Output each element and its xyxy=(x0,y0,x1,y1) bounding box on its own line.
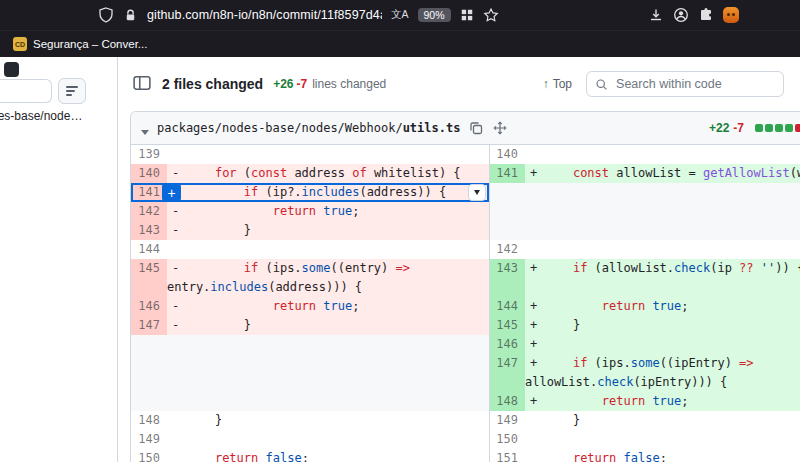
code-line: - return true; xyxy=(167,202,489,221)
deletions-count: -7 xyxy=(297,77,308,91)
diffstat-block xyxy=(795,124,800,132)
bookmark-favicon: CD xyxy=(13,37,27,51)
file-deletions: -7 xyxy=(733,121,744,135)
file-collapse-button[interactable] xyxy=(141,123,149,133)
shield-icon[interactable] xyxy=(98,7,114,23)
diffstat-block xyxy=(765,124,773,132)
top-label: Top xyxy=(553,77,572,91)
github-page: les-base/node… 2 files changed +26 -7 li… xyxy=(0,57,800,462)
line-number[interactable]: 140 xyxy=(131,164,167,183)
add-comment-button[interactable]: + xyxy=(162,183,181,202)
diff-sign: - xyxy=(167,164,186,183)
diff-header: 2 files changed +26 -7 lines changed ↑ T… xyxy=(118,57,800,109)
line-number[interactable]: 149 xyxy=(489,411,525,430)
url-text[interactable]: github.com/n8n-io/n8n/commit/11f8597d4ad… xyxy=(147,8,382,22)
bookmarks-bar: CD Segurança – Conver... xyxy=(0,30,800,57)
diff-sign xyxy=(525,240,544,259)
line-number[interactable]: 141 xyxy=(489,164,525,183)
line-number[interactable]: 142 xyxy=(489,240,525,259)
code-line xyxy=(167,354,489,392)
account-icon[interactable] xyxy=(673,7,689,23)
line-number-empty xyxy=(489,221,525,240)
code-line: + } xyxy=(525,316,800,335)
file-box: packages/nodes-base/nodes/Webhook/utils.… xyxy=(130,111,800,462)
diff-sign xyxy=(167,240,186,259)
code-line xyxy=(167,430,489,449)
top-link[interactable]: ↑ Top xyxy=(543,77,572,91)
zoom-badge[interactable]: 90% xyxy=(418,8,451,23)
diffstat-block xyxy=(755,124,763,132)
line-number[interactable]: 145 xyxy=(489,316,525,335)
file-tree-item[interactable]: les-base/node… xyxy=(0,109,82,123)
addon-orange-icon[interactable] xyxy=(723,7,739,23)
line-number[interactable]: 147 xyxy=(489,354,525,392)
file-tree-sidebar: les-base/node… xyxy=(0,57,118,462)
diff-sign: - xyxy=(167,316,186,335)
line-number[interactable]: 142 xyxy=(131,202,167,221)
code-text: } xyxy=(186,318,251,332)
line-number-empty xyxy=(131,335,167,354)
line-options-caret-button[interactable] xyxy=(468,184,486,201)
line-number[interactable]: 150 xyxy=(131,449,167,462)
code-line: - } xyxy=(167,316,489,335)
line-number[interactable]: 145 xyxy=(131,259,167,297)
download-icon[interactable] xyxy=(648,7,664,23)
diff-sign: + xyxy=(525,164,544,183)
extensions-icon[interactable] xyxy=(698,7,714,23)
move-file-button[interactable] xyxy=(492,120,508,136)
sidebar-toggle-icon xyxy=(133,74,151,92)
code-line xyxy=(167,392,489,411)
bookmark-item[interactable]: CD Segurança – Conver... xyxy=(6,34,154,54)
diff-sign xyxy=(525,145,544,164)
line-number[interactable]: 148 xyxy=(131,411,167,430)
file-diffstat: +22 -7 xyxy=(709,121,744,135)
line-number[interactable]: 146 xyxy=(131,297,167,316)
filter-lines-icon xyxy=(66,86,78,88)
code-search-input[interactable] xyxy=(614,76,775,92)
file-filter-input[interactable] xyxy=(0,79,52,103)
diff-table: 139 140 140- for (const address of white… xyxy=(131,145,800,462)
file-path-name: utils.ts xyxy=(403,121,461,135)
code-line: - if (ips.some((entry) => entry.includes… xyxy=(167,259,489,297)
up-arrow-icon: ↑ xyxy=(543,77,549,91)
diff-sign: - xyxy=(167,221,186,240)
file-additions: +22 xyxy=(709,121,729,135)
code-line: - } xyxy=(167,221,489,240)
copy-path-button[interactable] xyxy=(468,120,484,136)
line-number[interactable]: 151 xyxy=(489,449,525,462)
line-number[interactable]: 143 xyxy=(131,221,167,240)
line-number[interactable]: 150 xyxy=(489,430,525,449)
diff-sign xyxy=(167,411,186,430)
code-line: + return true; xyxy=(525,297,800,316)
additions-count: +26 xyxy=(273,77,293,91)
grid-icon[interactable] xyxy=(460,8,474,22)
lines-changed-label: lines changed xyxy=(312,77,386,91)
lock-icon[interactable] xyxy=(123,8,138,23)
code-line: + xyxy=(525,335,800,354)
sidebar-toggle-button[interactable] xyxy=(130,73,154,95)
diff-sign: + xyxy=(525,297,544,316)
file-path[interactable]: packages/nodes-base/nodes/Webhook/utils.… xyxy=(157,121,460,135)
line-number[interactable]: 140 xyxy=(489,145,525,164)
line-number[interactable]: 144 xyxy=(131,240,167,259)
code-text: } xyxy=(186,413,222,427)
file-filter-button[interactable] xyxy=(58,78,86,104)
code-line xyxy=(525,145,800,164)
line-number[interactable]: 144 xyxy=(489,297,525,316)
diff-sign xyxy=(525,430,544,449)
browser-window: github.com/n8n-io/n8n/commit/11f8597d4ad… xyxy=(0,0,800,462)
code-text: return true; xyxy=(186,299,359,313)
line-number[interactable]: 143 xyxy=(489,259,525,297)
line-number[interactable]: 139 xyxy=(131,145,167,164)
translate-icon[interactable]: 文A xyxy=(391,8,409,22)
bookmark-star-icon[interactable] xyxy=(483,7,499,23)
code-line: - for (const address of whitelist) { xyxy=(167,164,489,183)
code-text: if (ips.some((ipEntry) => allowList.chec… xyxy=(525,356,754,389)
line-number-empty xyxy=(489,202,525,221)
line-number[interactable]: 147 xyxy=(131,316,167,335)
line-number[interactable]: 149 xyxy=(131,430,167,449)
code-text: for (const address of whitelist) { xyxy=(186,166,461,180)
code-line xyxy=(167,240,489,259)
line-number[interactable]: 148 xyxy=(489,392,525,411)
line-number[interactable]: 146 xyxy=(489,335,525,354)
